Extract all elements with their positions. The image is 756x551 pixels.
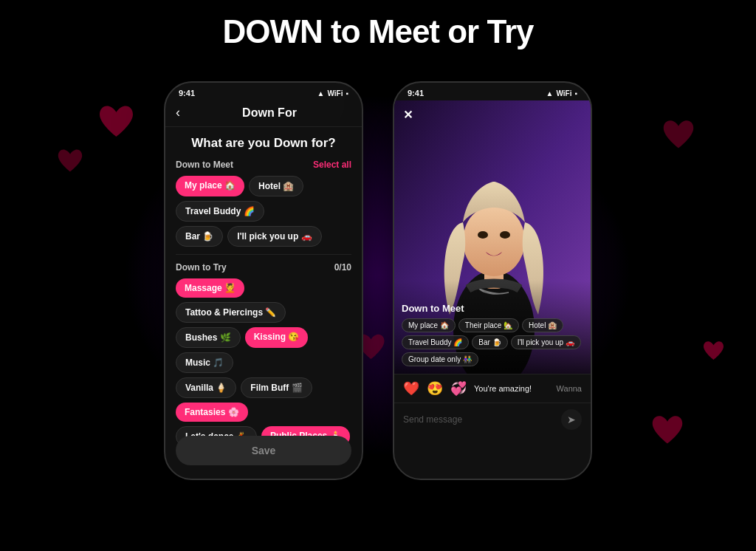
send-icon: ➤ — [567, 414, 576, 425]
overlay-tag-5: Bar 🍺 — [472, 335, 507, 349]
svg-point-5 — [500, 231, 510, 239]
reaction-heart[interactable]: ❤️ — [403, 380, 419, 397]
message-bar: Send message ➤ — [394, 403, 591, 436]
phone-right: 9:41 ▲ WiFi ▪ ✕ — [393, 81, 592, 480]
tag-bar[interactable]: Bar 🍺 — [176, 226, 223, 247]
down-to-meet-overlay: Down to Meet My place 🏠 Their place 🏡 Ho… — [394, 281, 591, 374]
overlay-tag-3: Hotel 🏨 — [522, 318, 563, 332]
tag-vanilla[interactable]: Vanilla 🍦 — [176, 377, 236, 398]
tag-tattoo[interactable]: Tattoo & Piercings ✏️ — [176, 302, 286, 323]
try-tags-row-1: Massage 💆 Tattoo & Piercings ✏️ — [176, 278, 351, 323]
close-button[interactable]: ✕ — [403, 108, 413, 122]
tag-my-place[interactable]: My place 🏠 — [176, 176, 244, 196]
phone-left: 9:41 ▲ WiFi ▪ ‹ Down For What are you Do… — [164, 81, 363, 480]
overlay-tag-6: I'll pick you up 🚗 — [511, 335, 581, 349]
svg-point-3 — [463, 205, 525, 276]
profile-photo: Down to Meet My place 🏠 Their place 🏡 Ho… — [394, 100, 591, 374]
reaction-sparkle[interactable]: 💞 — [450, 380, 467, 397]
tag-pick-up[interactable]: I'll pick you up 🚗 — [227, 226, 321, 247]
deco-heart-1 — [96, 103, 137, 143]
status-bar-left: 9:41 ▲ WiFi ▪ — [165, 83, 362, 100]
try-tags-row-3: Vanilla 🍦 Film Buff 🎬 Fantasies 🌸 — [176, 377, 351, 422]
select-all-btn[interactable]: Select all — [313, 160, 351, 170]
tag-music[interactable]: Music 🎵 — [176, 352, 233, 373]
deco-heart-5 — [649, 414, 686, 450]
time-right: 9:41 — [408, 89, 424, 97]
status-bar-right: 9:41 ▲ WiFi ▪ — [394, 83, 591, 100]
meet-tags-row-2: Bar 🍺 I'll pick you up 🚗 — [176, 226, 351, 247]
profile-image-container: ✕ — [394, 100, 591, 374]
overlay-title: Down to Meet — [402, 303, 583, 314]
status-icons-left: ▲ WiFi ▪ — [317, 89, 348, 97]
time-left: 9:41 — [179, 89, 195, 97]
page-title: DOWN to Meet or Try — [0, 13, 756, 50]
deco-heart-2 — [55, 148, 85, 177]
reaction-text: You're amazing! — [474, 384, 549, 393]
deco-heart-4 — [660, 118, 697, 154]
tag-travel-buddy[interactable]: Travel Buddy 🌈 — [176, 201, 264, 222]
tag-massage[interactable]: Massage 💆 — [176, 278, 244, 298]
save-button[interactable]: Save — [176, 436, 351, 465]
overlay-tag-1: My place 🏠 — [402, 318, 456, 332]
phone-header-left: ‹ Down For — [165, 100, 362, 127]
back-button[interactable]: ‹ — [176, 105, 180, 120]
section-try-label: Down to Try 0/10 — [176, 262, 351, 273]
deco-heart-6 — [701, 340, 726, 365]
svg-point-4 — [478, 231, 488, 239]
header-title-left: Down For — [188, 106, 351, 120]
overlay-tags: My place 🏠 Their place 🏡 Hotel 🏨 Travel … — [402, 318, 583, 366]
tag-hotel[interactable]: Hotel 🏨 — [249, 176, 303, 196]
reactions-bar: ❤️ 😍 💞 You're amazing! Wanna — [394, 374, 591, 403]
overlay-tag-2: Their place 🏡 — [458, 318, 519, 332]
divider — [176, 254, 351, 255]
title-text: DOWN to Meet or Try — [222, 13, 533, 49]
try-tags-row-2: Bushes 🌿 Kissing 😘 Music 🎵 — [176, 327, 351, 373]
overlay-tag-4: Travel Buddy 🌈 — [402, 335, 469, 349]
tag-bushes[interactable]: Bushes 🌿 — [176, 327, 241, 348]
tag-kissing[interactable]: Kissing 😘 — [245, 327, 309, 348]
main-question: What are you Down for? — [176, 136, 351, 151]
wanna-text: Wanna — [557, 384, 582, 393]
status-icons-right: ▲ WiFi ▪ — [546, 89, 577, 97]
message-input[interactable]: Send message — [403, 414, 555, 425]
reaction-eyes[interactable]: 😍 — [427, 380, 443, 397]
send-button[interactable]: ➤ — [561, 409, 582, 430]
tag-film-buff[interactable]: Film Buff 🎬 — [241, 377, 312, 398]
phones-container: 9:41 ▲ WiFi ▪ ‹ Down For What are you Do… — [164, 81, 592, 480]
phone-content-left: What are you Down for? Down to Meet Sele… — [165, 127, 362, 460]
section-meet-label: Down to Meet Select all — [176, 160, 351, 170]
meet-tags-row: My place 🏠 Hotel 🏨 Travel Buddy 🌈 — [176, 176, 351, 222]
overlay-tag-7: Group date only 👫 — [402, 352, 478, 366]
tag-fantasies[interactable]: Fantasies 🌸 — [176, 403, 248, 422]
